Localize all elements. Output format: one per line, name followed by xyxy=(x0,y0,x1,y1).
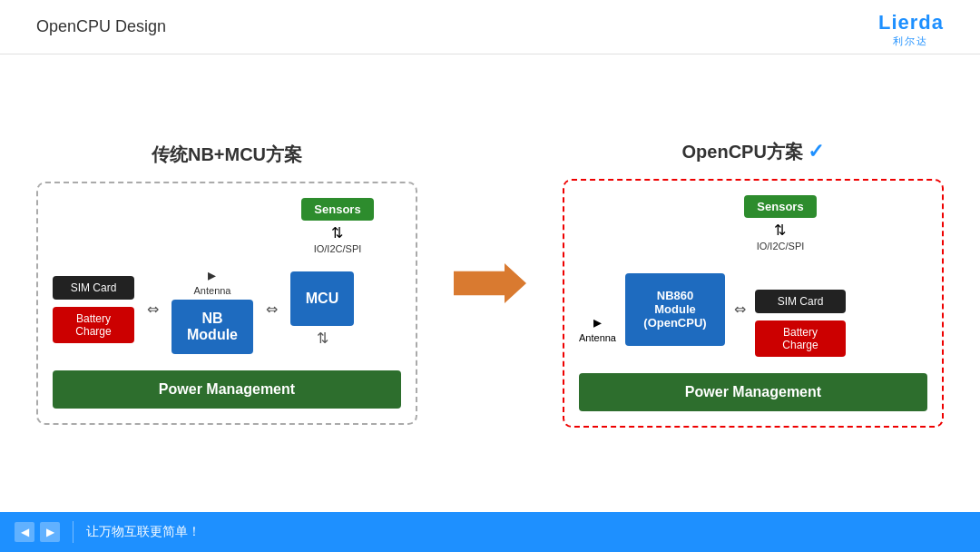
footer: ◀ ▶ 让万物互联更简单！ xyxy=(0,512,980,552)
trad-sim: SIM Card xyxy=(53,276,134,300)
logo: Lierda 利尔达 xyxy=(878,11,944,48)
trad-power: Power Management xyxy=(53,370,401,409)
opencpu-arrow: ⇔ xyxy=(734,301,746,318)
opencpu-diagram: OpenCPU方案 ✓ Sensors ⇅ IO/I2C/SPI xyxy=(563,140,944,428)
nav-prev-btn[interactable]: ◀ xyxy=(15,522,34,542)
traditional-title: 传统NB+MCU方案 xyxy=(152,143,302,167)
footer-nav[interactable]: ◀ ▶ xyxy=(15,522,60,542)
opencpu-sensors: Sensors xyxy=(744,195,817,218)
opencpu-title: OpenCPU方案 ✓ xyxy=(682,140,825,164)
opencpu-box: Sensors ⇅ IO/I2C/SPI ▸ Antenna NB860 Mo xyxy=(563,179,944,428)
opencpu-nb-module: NB860 Module (OpenCPU) xyxy=(625,273,725,346)
footer-divider xyxy=(73,521,74,543)
trad-arrow-mid: ⇔ xyxy=(266,301,278,318)
trad-mcu: MCU xyxy=(290,271,354,326)
footer-slogan: 让万物互联更简单！ xyxy=(86,524,201,540)
traditional-box: Sensors ⇅ IO/I2C/SPI SIM Card Battery Ch… xyxy=(36,182,417,425)
trad-arrow-left: ⇔ xyxy=(147,301,159,318)
main-content: 传统NB+MCU方案 Sensors ⇅ IO/I2C/SPI xyxy=(0,54,980,512)
trad-antenna-label: Antenna xyxy=(194,285,231,296)
opencpu-antenna-label: Antenna xyxy=(579,332,616,343)
traditional-diagram: 传统NB+MCU方案 Sensors ⇅ IO/I2C/SPI xyxy=(36,143,417,425)
opencpu-battery: Battery Charge xyxy=(755,320,846,357)
transition-arrow xyxy=(454,263,526,303)
nav-next-btn[interactable]: ▶ xyxy=(40,522,60,542)
opencpu-power: Power Management xyxy=(579,373,927,411)
header: OpenCPU Design Lierda 利尔达 xyxy=(0,0,980,54)
trad-antenna: ▸ Antenna xyxy=(194,265,231,296)
checkmark: ✓ xyxy=(808,140,824,163)
trad-io-label: IO/I2C/SPI xyxy=(314,243,362,254)
page-title: OpenCPU Design xyxy=(36,17,166,36)
opencpu-sim: SIM Card xyxy=(755,290,846,313)
trad-battery: Battery Charge xyxy=(53,307,134,343)
trad-nb-module: NB Module xyxy=(172,300,253,354)
logo-text: Lierda xyxy=(878,11,944,34)
opencpu-io-label: IO/I2C/SPI xyxy=(757,241,805,251)
trad-sensors: Sensors xyxy=(301,198,374,221)
logo-subtitle: 利尔达 xyxy=(893,34,928,48)
opencpu-antenna: ▸ Antenna xyxy=(579,312,616,343)
